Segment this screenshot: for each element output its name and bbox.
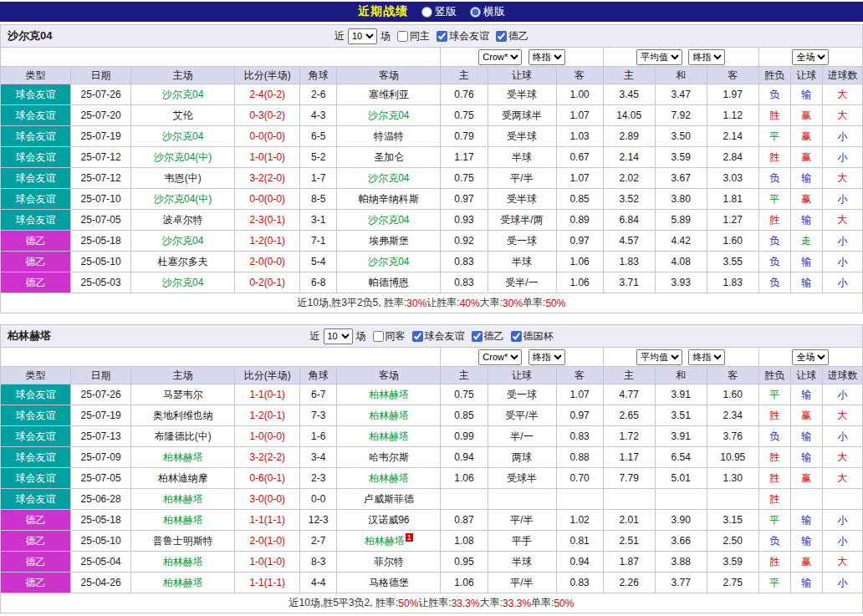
home-team-cell[interactable]: 沙尔克04(中) xyxy=(131,147,235,168)
home-team-cell[interactable]: 普鲁士明斯特 xyxy=(131,531,235,552)
home-team-cell[interactable]: 马瑟韦尔 xyxy=(131,384,235,405)
home-team-cell[interactable]: 沙尔克04 xyxy=(131,272,235,293)
same-away-checkbox[interactable] xyxy=(373,331,384,342)
col-goals-header: 进球数 xyxy=(822,67,862,84)
german-cup-filter-option[interactable]: 德国杯 xyxy=(511,329,554,344)
away-team-cell[interactable]: 柏林赫塔 xyxy=(337,426,441,447)
score-cell: 1-0(1-0) xyxy=(235,552,300,573)
german-cup-filter-checkbox[interactable] xyxy=(511,331,522,342)
away-team-cell[interactable]: 柏林赫塔 xyxy=(337,468,441,489)
bundesliga2-filter-checkbox[interactable] xyxy=(496,31,507,42)
checkbox-label: 德乙 xyxy=(484,329,504,344)
away-team-cell[interactable]: 帕德博恩 xyxy=(337,272,441,293)
final-index-select[interactable]: 终指 xyxy=(688,349,725,365)
match-type-cell: 德乙 xyxy=(1,510,71,531)
same-away-option[interactable]: 同客 xyxy=(373,329,406,344)
euro-draw-odds-cell: 4.42 xyxy=(655,231,707,252)
home-team-cell[interactable]: 奥地利维也纳 xyxy=(131,405,235,426)
euro-away-odds-cell: 1.30 xyxy=(707,468,758,489)
away-team-cell[interactable]: 柏林赫塔 xyxy=(337,384,441,405)
home-team-cell[interactable]: 柏林赫塔 xyxy=(131,489,235,510)
away-team-cell[interactable]: 特温特 xyxy=(337,126,441,147)
checkbox-label: 德乙 xyxy=(508,29,529,43)
full-match-select[interactable]: 全场 xyxy=(792,349,829,365)
bundesliga2-filter-checkbox[interactable] xyxy=(472,331,483,342)
match-date-cell: 25-05-10 xyxy=(71,531,131,552)
away-team-cell[interactable]: 圣加仑 xyxy=(337,147,441,168)
result-cell: 胜 xyxy=(758,489,790,510)
handicap-result-cell: 输 xyxy=(790,84,822,105)
score-cell: 1-0(1-0) xyxy=(235,147,300,168)
home-team-cell[interactable]: 柏林赫塔 xyxy=(131,447,235,468)
final-index-select[interactable]: 终指 xyxy=(688,49,725,65)
friendly-filter-option[interactable]: 球会友谊 xyxy=(412,329,465,344)
home-team-cell[interactable]: 杜塞尔多夫 xyxy=(131,252,235,272)
vertical-layout-radio[interactable] xyxy=(421,7,432,18)
away-team-cell[interactable]: 哈韦尔斯 xyxy=(337,447,441,468)
friendly-filter-checkbox[interactable] xyxy=(437,31,447,42)
asian-away-odds-cell: 0.81 xyxy=(556,531,603,552)
home-team-cell[interactable]: 柏林赫塔 xyxy=(131,552,235,573)
final-index-select[interactable]: 终指 xyxy=(529,349,565,365)
euro-away-odds-cell: 2.50 xyxy=(707,531,758,552)
corner-score-cell: 2-3 xyxy=(300,468,337,489)
away-team-cell[interactable]: 沙尔克04 xyxy=(337,168,441,189)
bookmaker-select[interactable]: Crow* xyxy=(478,49,522,65)
handicap-result-cell: 赢 xyxy=(790,147,822,168)
away-team-cell[interactable]: 汉诺威96 xyxy=(337,510,441,531)
same-home-checkbox[interactable] xyxy=(397,31,408,42)
euro-draw-odds-cell: 3.47 xyxy=(655,84,707,105)
home-team-cell[interactable]: 柏林赫塔 xyxy=(131,573,235,593)
away-team-cell[interactable]: 柏林赫塔 xyxy=(337,405,441,426)
layout-vertical-option[interactable]: 竖版 xyxy=(421,4,457,19)
match-period-filter-cell: 全场 xyxy=(758,348,862,367)
match-count-select[interactable]: 10 xyxy=(324,328,353,344)
euro-home-odds-cell: 1.87 xyxy=(603,552,655,573)
away-team-cell[interactable]: 沙尔克04 xyxy=(337,105,441,126)
home-team-cell[interactable]: 沙尔克04 xyxy=(131,231,235,252)
home-team-cell[interactable]: 韦恩(中) xyxy=(131,168,235,189)
goals-result-cell xyxy=(822,489,862,510)
away-team-cell[interactable]: 帕纳辛纳科斯 xyxy=(337,189,441,210)
friendly-filter-option[interactable]: 球会友谊 xyxy=(437,29,489,43)
away-team-cell[interactable]: 沙尔克04 xyxy=(337,210,441,231)
match-date-cell: 25-05-10 xyxy=(71,252,131,272)
match-count-select[interactable]: 10 xyxy=(348,28,377,44)
average-select[interactable]: 平均值 xyxy=(636,349,682,365)
handicap-result-cell: 输 xyxy=(790,384,822,405)
table-row: 德乙25-05-10杜塞尔多夫2-0(0-0)5-4沙尔克040.83半球1.0… xyxy=(1,252,863,272)
handicap-win-rate-value: 33.3% xyxy=(452,598,480,609)
away-team-cell[interactable]: 沙尔克04 xyxy=(337,252,441,272)
col-asian-home-header: 主 xyxy=(441,67,488,84)
away-team-cell[interactable]: 埃弗斯堡 xyxy=(337,231,441,252)
bookmaker-select[interactable]: Crow* xyxy=(478,349,522,365)
bundesliga2-filter-option[interactable]: 德乙 xyxy=(472,329,504,344)
score-cell: 3-0(0-0) xyxy=(235,489,300,510)
home-team-cell[interactable]: 波卓尔特 xyxy=(131,210,235,231)
final-index-select[interactable]: 终指 xyxy=(529,49,565,65)
home-team-cell[interactable]: 柏林赫塔 xyxy=(131,510,235,531)
away-team-cell[interactable]: 柏林赫塔1 xyxy=(337,531,441,552)
home-team-cell[interactable]: 柏林迪纳摩 xyxy=(131,468,235,489)
home-team-cell[interactable]: 沙尔克04(中) xyxy=(131,189,235,210)
euro-home-odds-cell: 14.05 xyxy=(603,105,655,126)
friendly-filter-checkbox[interactable] xyxy=(412,331,423,342)
same-home-option[interactable]: 同主 xyxy=(397,29,430,43)
home-team-cell[interactable]: 沙尔克04 xyxy=(131,84,235,105)
away-team-cell[interactable]: 塞维利亚 xyxy=(337,84,441,105)
away-team-cell[interactable]: 马格德堡 xyxy=(337,573,441,593)
away-team-cell[interactable]: 卢威斯菲德 xyxy=(337,489,441,510)
col-corner-header: 角球 xyxy=(300,67,337,84)
asian-away-odds-cell: 1.03 xyxy=(556,126,603,147)
col-euro-home-header: 主 xyxy=(603,67,655,84)
home-team-cell[interactable]: 沙尔克04 xyxy=(131,126,235,147)
handicap-line-cell: 受半/一 xyxy=(488,272,556,293)
layout-horizontal-option[interactable]: 横版 xyxy=(470,4,505,19)
bundesliga2-filter-option[interactable]: 德乙 xyxy=(496,29,529,43)
full-match-select[interactable]: 全场 xyxy=(792,49,829,65)
home-team-cell[interactable]: 布隆德比(中) xyxy=(131,426,235,447)
horizontal-layout-radio[interactable] xyxy=(470,7,481,18)
away-team-cell[interactable]: 菲尔特 xyxy=(337,552,441,573)
home-team-cell[interactable]: 艾伦 xyxy=(131,105,235,126)
average-select[interactable]: 平均值 xyxy=(636,49,682,65)
